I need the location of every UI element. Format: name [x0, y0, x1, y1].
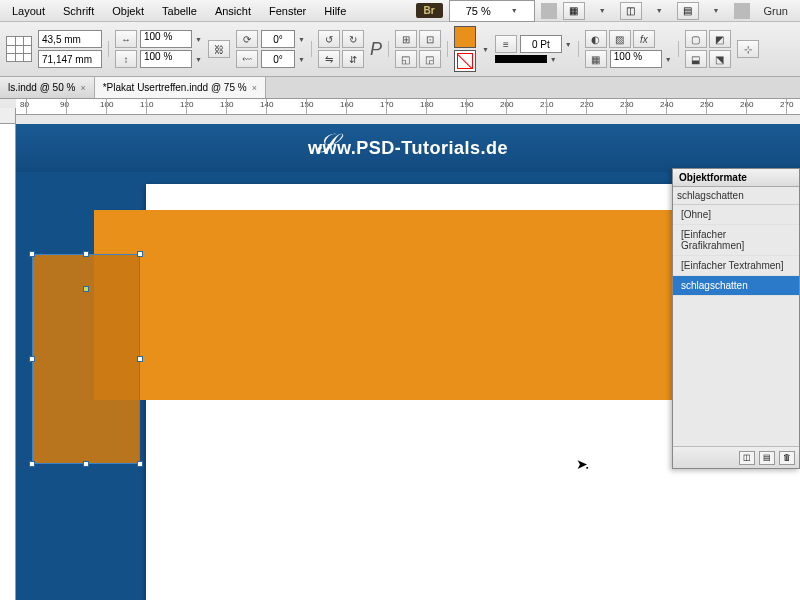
style-item-selected[interactable]: schlagschatten — [673, 276, 799, 296]
fit-frame-icon[interactable]: ◲ — [419, 50, 441, 68]
fit-content-icon[interactable]: ◱ — [395, 50, 417, 68]
menu-fenster[interactable]: Fenster — [261, 3, 314, 19]
chevron-down-icon[interactable]: ▼ — [482, 46, 489, 53]
menu-hilfe[interactable]: Hilfe — [316, 3, 354, 19]
panel-footer: ◫ ▤ 🗑 — [673, 446, 799, 468]
menu-ansicht[interactable]: Ansicht — [207, 3, 259, 19]
panel-title[interactable]: Objektformate — [673, 169, 799, 187]
chevron-down-icon[interactable]: ▼ — [565, 41, 572, 48]
ruler-origin[interactable] — [0, 108, 16, 124]
scale-icon: ▦ — [585, 50, 607, 68]
select-container-icon[interactable]: ⊡ — [419, 30, 441, 48]
horizontal-ruler[interactable]: 8090100110120130140150160170180190200210… — [16, 99, 800, 115]
chevron-down-icon[interactable]: ▼ — [550, 56, 557, 63]
new-style-icon[interactable]: ▤ — [759, 451, 775, 465]
select-content-icon[interactable]: ⊞ — [395, 30, 417, 48]
wrap-jump-icon[interactable]: ⬓ — [685, 50, 707, 68]
rotate-ccw-icon[interactable]: ↺ — [318, 30, 340, 48]
scale-y-icon: ↕ — [115, 50, 137, 68]
chevron-down-icon[interactable]: ▼ — [591, 5, 614, 16]
link-icon[interactable]: ⛓ — [208, 40, 230, 58]
menu-schrift[interactable]: Schrift — [55, 3, 102, 19]
stroke-weight-field[interactable] — [520, 35, 562, 53]
wrap-skip-icon[interactable]: ⬔ — [709, 50, 731, 68]
separator — [311, 41, 312, 57]
chevron-down-icon[interactable]: ▼ — [298, 36, 305, 43]
screen-mode-icon[interactable]: ▦ — [563, 2, 585, 20]
scale-x-field[interactable]: 100 % — [140, 30, 192, 48]
separator — [108, 41, 109, 57]
rotation-field[interactable] — [261, 30, 295, 48]
close-icon[interactable]: × — [80, 83, 85, 93]
flip-h-icon[interactable]: ⇋ — [318, 50, 340, 68]
menu-layout[interactable]: Layout — [4, 3, 53, 19]
x-position-field[interactable] — [38, 30, 102, 48]
stroke-style[interactable] — [495, 55, 547, 63]
chevron-down-icon[interactable]: ▼ — [648, 5, 671, 16]
control-bar: ↔ 100 % ▼ ↕ 100 % ▼ ⛓ ⟳ ▼ ⬳ ▼ ↺↻ ⇋⇵ P ⊞⊡… — [0, 22, 800, 77]
document-tabs: ls.indd @ 50 %× *Plakat Usertreffen.indd… — [0, 77, 800, 99]
style-item[interactable]: [Ohne] — [673, 205, 799, 225]
separator — [541, 3, 557, 19]
separator — [578, 41, 579, 57]
doc-tab-active[interactable]: *Plakat Usertreffen.indd @ 75 %× — [95, 77, 266, 98]
selected-rectangle[interactable] — [32, 254, 140, 464]
page-header-band: 𝒮 www.PSD-Tutorials.de — [16, 124, 800, 172]
scale-y-field[interactable]: 100 % — [140, 50, 192, 68]
chevron-down-icon[interactable]: ▼ — [195, 36, 202, 43]
menu-tabelle[interactable]: Tabelle — [154, 3, 205, 19]
orange-rectangle[interactable] — [94, 210, 694, 400]
doc-tab[interactable]: ls.indd @ 50 %× — [0, 77, 95, 98]
style-item[interactable]: [Einfacher Grafikrahmen] — [673, 225, 799, 256]
paragraph-icon: P — [370, 39, 382, 60]
separator — [678, 41, 679, 57]
rotate-cw-icon[interactable]: ↻ — [342, 30, 364, 48]
trash-icon[interactable]: 🗑 — [779, 451, 795, 465]
separator — [388, 41, 389, 57]
stroke-swatch[interactable] — [454, 50, 476, 72]
effect-scale-field[interactable]: 100 % — [610, 50, 662, 68]
chevron-down-icon[interactable]: ▼ — [298, 56, 305, 63]
reference-point-grid[interactable] — [6, 36, 32, 62]
rotate-icon: ⟳ — [236, 30, 258, 48]
workspace-label[interactable]: Grun — [756, 3, 796, 19]
close-icon[interactable]: × — [252, 83, 257, 93]
menu-objekt[interactable]: Objekt — [104, 3, 152, 19]
panel-filter[interactable]: schlagschatten — [673, 187, 799, 205]
vertical-ruler[interactable] — [0, 124, 16, 600]
wrap-none-icon[interactable]: ▢ — [685, 30, 707, 48]
menu-bar: Layout Schrift Objekt Tabelle Ansicht Fe… — [0, 0, 800, 22]
logo-icon: 𝒮 — [316, 129, 334, 159]
effects-icon[interactable]: ◐ — [585, 30, 607, 48]
cursor-icon: ➤ — [576, 456, 588, 472]
flip-v-icon[interactable]: ⇵ — [342, 50, 364, 68]
chevron-down-icon[interactable]: ▼ — [665, 56, 672, 63]
wrap-around-icon[interactable]: ◩ — [709, 30, 731, 48]
crop-icon[interactable]: ⊹ — [737, 40, 759, 58]
opacity-icon[interactable]: ▨ — [609, 30, 631, 48]
fill-swatch[interactable] — [454, 26, 476, 48]
object-styles-panel[interactable]: Objektformate schlagschatten [Ohne] [Ein… — [672, 168, 800, 469]
y-position-field[interactable] — [38, 50, 102, 68]
shear-icon: ⬳ — [236, 50, 258, 68]
clear-override-icon[interactable]: ◫ — [739, 451, 755, 465]
header-url: www.PSD-Tutorials.de — [308, 138, 508, 159]
chevron-down-icon[interactable]: ▼ — [195, 56, 202, 63]
arrange-icon[interactable]: ◫ — [620, 2, 642, 20]
zoom-level[interactable]: 75 %▼ — [449, 0, 535, 22]
style-item[interactable]: [Einfacher Textrahmen] — [673, 256, 799, 276]
panel-body — [673, 296, 799, 446]
workspace-icon[interactable]: ▤ — [677, 2, 699, 20]
bridge-icon[interactable]: Br — [416, 3, 443, 18]
stroke-weight-icon: ≡ — [495, 35, 517, 53]
chevron-down-icon[interactable]: ▼ — [705, 5, 728, 16]
separator — [447, 41, 448, 57]
shear-field[interactable] — [261, 50, 295, 68]
scale-x-icon: ↔ — [115, 30, 137, 48]
fx-icon[interactable]: fx — [633, 30, 655, 48]
separator — [734, 3, 750, 19]
